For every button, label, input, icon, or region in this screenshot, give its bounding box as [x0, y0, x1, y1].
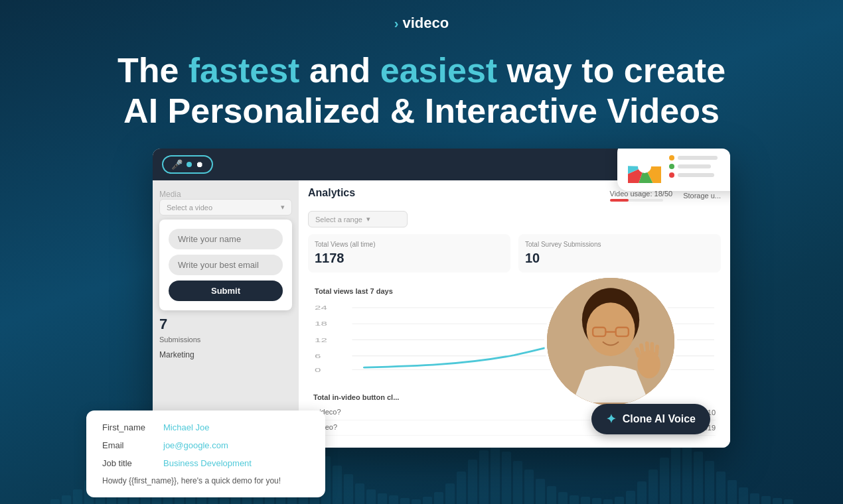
- pie-chart: [628, 150, 661, 183]
- info-card: First_name Michael Joe Email joe@google.…: [86, 410, 325, 497]
- video-usage-bar: [610, 199, 663, 202]
- first-name-label: First_name: [102, 422, 155, 432]
- stats-row: Total Views (all time) 1178 Total Survey…: [308, 234, 721, 273]
- usage-info: Video usage: 18/50 Storage u...: [610, 190, 721, 202]
- person-avatar: [544, 275, 677, 408]
- media-label: Media: [159, 190, 292, 199]
- submit-button[interactable]: Submit: [169, 281, 283, 301]
- email-row: Email joe@google.com: [102, 440, 309, 450]
- video-usage: Video usage: 18/50: [610, 190, 673, 202]
- storage-label: Storage u...: [683, 192, 721, 200]
- legend-item-3: [669, 172, 718, 178]
- dashboard-mockup: 🎤 ⏺ Media Select a video ▾ Submit: [153, 149, 730, 448]
- total-views-label: Total Views (all time): [315, 241, 504, 248]
- hero-accent1: fastest: [189, 51, 300, 90]
- total-surveys-box: Total Survey Submissions 10: [518, 234, 721, 273]
- svg-text:24: 24: [315, 304, 327, 311]
- select-range-placeholder: Select a range: [315, 216, 362, 223]
- hero-accent2: easiest: [380, 51, 497, 90]
- media-controls[interactable]: 🎤 ⏺: [162, 155, 213, 174]
- total-surveys-label: Total Survey Submissions: [525, 241, 714, 248]
- logo: › videco: [394, 15, 449, 32]
- email-value: joe@google.com: [163, 440, 228, 450]
- submissions-count: 7: [159, 316, 292, 333]
- video-usage-fill: [610, 199, 629, 202]
- select-range-dropdown[interactable]: Select a range ▾: [308, 211, 408, 227]
- legend-item-2: [669, 164, 718, 169]
- legend-dot-3: [669, 172, 674, 178]
- hero-section: The fastest and easiest way to create AI…: [0, 38, 843, 142]
- email-label: Email: [102, 440, 155, 450]
- svg-line-27: [656, 347, 657, 355]
- hero-suffix: way to create: [497, 51, 726, 90]
- person-svg: [547, 275, 674, 405]
- legend-dot-2: [669, 164, 674, 169]
- person-image: [547, 278, 674, 405]
- select-video-dropdown[interactable]: Select a video ▾: [159, 199, 292, 216]
- email-input[interactable]: [169, 255, 283, 275]
- svg-text:6: 6: [315, 352, 321, 359]
- hero-prefix: The: [117, 51, 189, 90]
- video-usage-label: Video usage: 18/50: [610, 190, 673, 198]
- form-card: Submit: [159, 220, 292, 310]
- analytics-title: Analytics: [308, 187, 355, 199]
- info-message: Howdy {{first_name}}, here's a quick dem…: [102, 476, 309, 485]
- hero-line2: AI Personalized & Interactive Videos: [40, 92, 803, 130]
- svg-text:12: 12: [315, 336, 327, 344]
- rec-indicator: [187, 162, 192, 167]
- pie-legend: [669, 155, 718, 178]
- logo-arrow-icon: ›: [394, 16, 399, 31]
- rec-icon: ⏺: [196, 160, 204, 169]
- legend-line-3: [678, 173, 714, 177]
- svg-text:18: 18: [315, 320, 327, 328]
- clone-ai-voice-button[interactable]: ✦ Clone AI Voice: [591, 404, 710, 434]
- chevron-down-icon: ▾: [281, 203, 285, 212]
- legend-line-1: [678, 156, 718, 160]
- svg-line-25: [647, 344, 648, 351]
- job-title-value: Business Development: [163, 458, 252, 468]
- first-name-value: Michael Joe: [163, 422, 209, 432]
- select-video-placeholder: Select a video: [167, 204, 212, 212]
- name-input[interactable]: [169, 229, 283, 249]
- mic-icon: 🎤: [171, 159, 183, 170]
- svg-point-4: [638, 160, 651, 173]
- marketing-label: Marketing: [159, 350, 292, 359]
- main-content: 🎤 ⏺ Media Select a video ▾ Submit: [0, 149, 843, 448]
- total-surveys-value: 10: [525, 251, 714, 266]
- hero-mid: and: [299, 51, 380, 90]
- legend-dot-1: [669, 155, 674, 160]
- legend-item-1: [669, 155, 718, 160]
- total-views-value: 1178: [315, 251, 504, 266]
- header: › videco: [0, 0, 843, 38]
- pie-chart-card: [617, 149, 730, 191]
- svg-text:0: 0: [315, 366, 321, 373]
- job-title-row: Job title Business Development: [102, 458, 309, 468]
- chevron-down-range-icon: ▾: [366, 215, 370, 223]
- svg-line-24: [641, 346, 643, 353]
- clone-btn-label: Clone AI Voice: [623, 413, 696, 425]
- submissions-label: Submissions: [159, 336, 292, 344]
- legend-line-2: [678, 164, 711, 168]
- svg-line-28: [637, 350, 639, 356]
- hero-line1: The fastest and easiest way to create: [40, 52, 803, 90]
- dashboard-left-panel: Media Select a video ▾ Submit 7 Submissi…: [153, 180, 299, 448]
- brand-name: videco: [402, 15, 449, 32]
- sparkle-icon: ✦: [606, 412, 616, 426]
- first-name-row: First_name Michael Joe: [102, 422, 309, 432]
- total-views-box: Total Views (all time) 1178: [308, 234, 510, 273]
- job-title-label: Job title: [102, 458, 155, 468]
